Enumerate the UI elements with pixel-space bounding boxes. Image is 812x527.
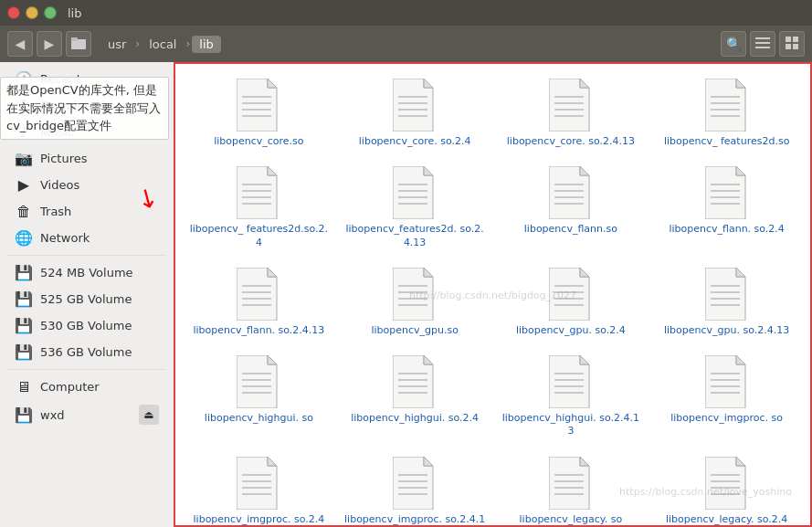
trash-icon: 🗑 xyxy=(15,203,33,220)
file-icon xyxy=(237,166,280,219)
file-item[interactable]: libopencv_flann.so xyxy=(497,161,646,255)
file-item[interactable]: libopencv_highgui. so.2.4.13 xyxy=(497,350,646,444)
main-area: 🕐 Recent 都是OpenCV的库文件, 但是在实际情况下不需要全部写入cv… xyxy=(0,62,812,527)
file-icon xyxy=(549,355,593,408)
svg-marker-28 xyxy=(736,79,745,88)
file-name: libopencv_features2d. so.2.4.13 xyxy=(344,223,486,249)
file-icon xyxy=(705,355,749,408)
file-item[interactable]: libopencv_gpu. so.2.4.13 xyxy=(652,262,801,343)
svg-rect-2 xyxy=(755,37,770,39)
sidebar-item-computer[interactable]: 🖥 Computer xyxy=(4,374,170,400)
file-item[interactable]: libopencv_imgproc. so xyxy=(652,350,801,444)
breadcrumb-usr[interactable]: usr xyxy=(100,36,133,53)
back-button[interactable]: ◀ xyxy=(7,31,33,57)
file-item[interactable]: libopencv_ features2d.so xyxy=(652,73,801,153)
file-item[interactable]: libopencv_imgproc. so.2.4 xyxy=(185,451,333,527)
window-title: lib xyxy=(68,6,81,20)
sidebar-item-music[interactable]: ♪ Music xyxy=(4,119,170,145)
file-icon xyxy=(237,457,280,510)
breadcrumb-local[interactable]: local xyxy=(142,36,184,53)
svg-marker-82 xyxy=(268,355,277,364)
parent-button[interactable] xyxy=(66,31,91,57)
sidebar-item-trash[interactable]: 🗑 Trash xyxy=(4,198,170,225)
svg-marker-52 xyxy=(736,166,745,175)
computer-icon: 🖥 xyxy=(15,378,33,395)
file-name: libopencv_core. so.2.4.13 xyxy=(507,135,635,148)
search-button[interactable]: 🔍 xyxy=(721,31,746,57)
sidebar-item-recent[interactable]: 🕐 Recent xyxy=(4,66,170,92)
forward-button[interactable]: ▶ xyxy=(37,31,62,57)
file-item[interactable]: libopencv_highgui. so xyxy=(185,350,333,444)
file-item[interactable]: libopencv_highgui. so.2.4 xyxy=(341,350,490,444)
svg-rect-5 xyxy=(786,37,791,42)
file-item[interactable]: libopencv_legacy. so.2.4 xyxy=(652,451,801,527)
svg-marker-58 xyxy=(268,268,277,277)
file-item[interactable]: libopencv_ features2d.so.2.4 xyxy=(185,161,333,255)
breadcrumb-lib[interactable]: lib xyxy=(192,36,220,53)
file-name: libopencv_flann.so xyxy=(524,223,617,236)
svg-marker-10 xyxy=(268,79,277,88)
file-item[interactable]: libopencv_core.so xyxy=(185,73,333,153)
file-name: libopencv_imgproc. so.2.4.13 xyxy=(344,513,486,527)
file-icon xyxy=(549,79,593,132)
file-icon xyxy=(237,268,280,321)
file-item[interactable]: libopencv_gpu. so.2.4 xyxy=(497,262,646,343)
sidebar-divider-2 xyxy=(7,369,166,370)
file-name: libopencv_ features2d.so xyxy=(664,135,789,148)
file-item[interactable]: libopencv_gpu.so xyxy=(341,262,490,343)
svg-marker-70 xyxy=(580,268,589,277)
file-name: libopencv_flann. so.2.4.13 xyxy=(193,324,324,337)
grid-view-button[interactable] xyxy=(779,31,805,57)
recent-icon: 🕐 xyxy=(15,70,33,88)
svg-marker-106 xyxy=(268,457,277,466)
svg-marker-46 xyxy=(580,166,589,175)
file-item[interactable]: libopencv_imgproc. so.2.4.13 xyxy=(341,451,490,527)
file-name: libopencv_legacy. so.2.4 xyxy=(666,513,787,526)
sidebar-item-vol1[interactable]: 💾 524 MB Volume xyxy=(4,259,170,286)
minimize-button[interactable] xyxy=(26,6,38,19)
sidebar-item-downloads[interactable]: ⬇ Downloads xyxy=(4,92,170,119)
sidebar: 🕐 Recent 都是OpenCV的库文件, 但是在实际情况下不需要全部写入cv… xyxy=(0,62,174,527)
volume-icon-2: 💾 xyxy=(15,290,33,308)
toolbar-right: 🔍 xyxy=(721,31,805,57)
sidebar-item-network[interactable]: 🌐 Network xyxy=(4,225,170,251)
file-icon xyxy=(549,268,593,321)
svg-marker-40 xyxy=(424,166,433,175)
close-button[interactable] xyxy=(7,6,20,19)
file-item[interactable]: libopencv_flann. so.2.4 xyxy=(652,161,801,255)
eject-button[interactable]: ⏏ xyxy=(139,405,159,425)
titlebar: lib xyxy=(0,0,812,26)
search-icon: 🔍 xyxy=(726,37,742,51)
file-name: libopencv_highgui. so.2.4.13 xyxy=(501,412,642,438)
file-icon xyxy=(393,166,437,219)
file-icon xyxy=(705,268,749,321)
maximize-button[interactable] xyxy=(44,6,57,19)
sidebar-item-vol4[interactable]: 💾 536 GB Volume xyxy=(4,339,170,365)
file-icon xyxy=(549,457,593,510)
file-item[interactable]: libopencv_features2d. so.2.4.13 xyxy=(341,161,490,255)
svg-marker-34 xyxy=(268,166,277,175)
file-item[interactable]: libopencv_flann. so.2.4.13 xyxy=(185,262,333,343)
file-icon xyxy=(705,166,749,219)
svg-rect-1 xyxy=(71,37,78,41)
svg-marker-64 xyxy=(424,268,433,277)
sidebar-divider xyxy=(7,255,166,256)
list-view-button[interactable] xyxy=(750,31,775,57)
file-name: libopencv_flann. so.2.4 xyxy=(669,223,784,236)
sidebar-item-wxd[interactable]: 💾 wxd ⏏ xyxy=(4,400,170,429)
sidebar-item-vol3[interactable]: 💾 530 GB Volume xyxy=(4,312,170,339)
file-item[interactable]: libopencv_legacy. so xyxy=(497,451,646,527)
file-name: libopencv_ features2d.so.2.4 xyxy=(188,223,330,249)
list-view-icon xyxy=(755,37,770,51)
file-icon xyxy=(237,355,280,408)
file-item[interactable]: libopencv_core. so.2.4.13 xyxy=(497,73,646,153)
file-name: libopencv_highgui. so.2.4 xyxy=(351,412,479,425)
network-icon: 🌐 xyxy=(15,229,33,247)
file-item[interactable]: libopencv_core. so.2.4 xyxy=(341,73,490,153)
svg-marker-76 xyxy=(736,268,745,277)
sidebar-item-pictures[interactable]: 📷 Pictures xyxy=(4,145,170,172)
sidebar-item-videos[interactable]: ▶ Videos xyxy=(4,172,170,198)
sidebar-item-vol2[interactable]: 💾 525 GB Volume xyxy=(4,286,170,312)
file-icon xyxy=(549,166,593,219)
svg-rect-8 xyxy=(793,44,798,49)
